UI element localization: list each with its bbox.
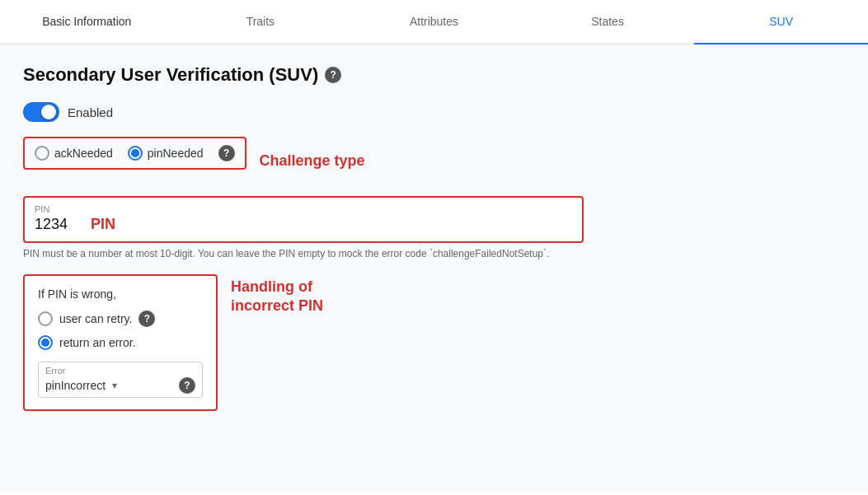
error-help-icon[interactable]: ?	[179, 377, 195, 394]
challenge-type-label: Challenge type	[260, 152, 365, 170]
retry-label: user can retry.	[59, 312, 132, 325]
pin-hint: PIN must be a number at most 10-digit. Y…	[23, 248, 584, 259]
enabled-toggle-row: Enabled	[23, 102, 845, 122]
enabled-toggle[interactable]	[23, 102, 59, 122]
pin-field-label: PIN	[35, 204, 572, 214]
pin-red-label: PIN	[91, 216, 115, 233]
radio-ackneeded[interactable]: ackNeeded	[35, 146, 113, 161]
pin-value[interactable]: 1234	[35, 216, 68, 233]
page-title: Secondary User Verification (SUV) ?	[23, 64, 845, 86]
page-title-text: Secondary User Verification (SUV)	[23, 64, 318, 86]
tab-basic-information[interactable]: Basic Information	[0, 0, 174, 44]
radio-ackneeded-circle	[35, 146, 49, 161]
error-select-box: Error pinIncorrect ▾ ?	[38, 362, 203, 398]
tab-states[interactable]: States	[521, 0, 695, 44]
radio-retry-circle[interactable]	[38, 311, 53, 326]
tab-bar: Basic Information Traits Attributes Stat…	[0, 0, 868, 44]
radio-ackneeded-label: ackNeeded	[54, 147, 113, 160]
title-help-icon[interactable]: ?	[325, 67, 341, 83]
incorrect-pin-box: If PIN is wrong, user can retry. ? retur…	[23, 274, 218, 411]
challenge-type-box: ackNeeded pinNeeded ?	[23, 137, 246, 170]
error-select-wrapper[interactable]: pinIncorrect ▾	[45, 379, 117, 392]
error-select-value: pinIncorrect	[45, 379, 106, 392]
tab-attributes[interactable]: Attributes	[347, 0, 521, 44]
enabled-label: Enabled	[68, 105, 113, 119]
handling-label: Handling ofincorrect PIN	[231, 278, 323, 316]
retry-help-icon[interactable]: ?	[138, 311, 155, 327]
challenge-type-row: ackNeeded pinNeeded ? Challenge type	[23, 137, 845, 184]
tab-suv[interactable]: SUV	[694, 0, 868, 44]
radio-pinneeded-circle	[128, 146, 143, 161]
error-field-label: Error	[45, 366, 195, 376]
retry-option-row: user can retry. ?	[38, 311, 203, 327]
main-content: Secondary User Verification (SUV) ? Enab…	[0, 44, 868, 493]
tab-traits[interactable]: Traits	[174, 0, 348, 44]
chevron-down-icon: ▾	[112, 380, 117, 391]
pin-value-row: 1234 PIN	[35, 216, 572, 233]
return-error-row: return an error.	[38, 335, 203, 350]
radio-pinneeded[interactable]: pinNeeded	[128, 146, 204, 161]
if-wrong-text: If PIN is wrong,	[38, 287, 203, 301]
radio-pinneeded-label: pinNeeded	[148, 147, 204, 160]
radio-error-circle[interactable]	[38, 335, 53, 350]
challenge-type-help-icon[interactable]: ?	[218, 145, 235, 161]
handling-row: If PIN is wrong, user can retry. ? retur…	[23, 274, 845, 411]
pin-input-wrapper: PIN 1234 PIN	[23, 196, 584, 243]
error-select-inner: pinIncorrect ▾ ?	[45, 377, 195, 394]
return-error-label: return an error.	[59, 336, 136, 349]
